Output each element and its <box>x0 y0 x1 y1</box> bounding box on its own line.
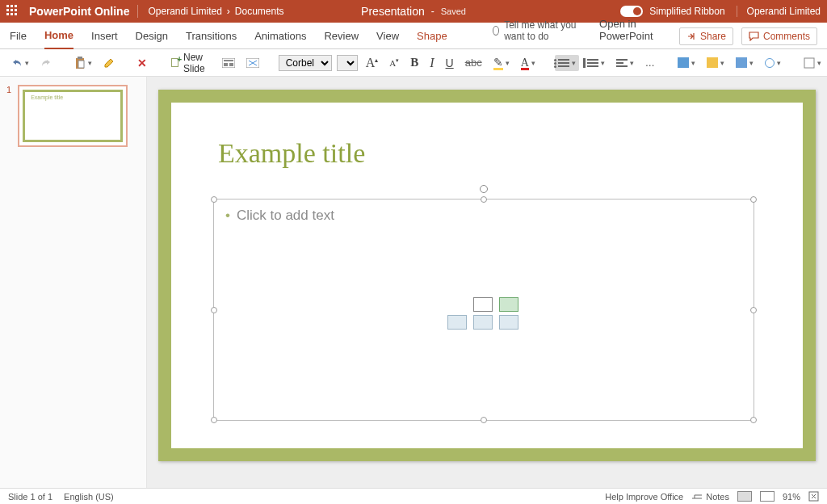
bullets-button[interactable]: ▾ <box>555 55 579 71</box>
shape-fill-icon <box>678 57 689 68</box>
share-label: Share <box>700 31 726 42</box>
thumbnail-title: Example title <box>31 94 63 100</box>
italic-button[interactable]: I <box>426 53 437 73</box>
fit-to-window-button[interactable] <box>808 491 819 502</box>
shrink-font-icon: A▾ <box>389 57 399 68</box>
language-status[interactable]: English (US) <box>64 492 114 502</box>
resize-handle-t[interactable] <box>481 196 487 203</box>
shape-fill-button[interactable]: ▾ <box>674 55 699 70</box>
redo-icon <box>40 58 52 68</box>
share-button[interactable]: Share <box>679 27 733 45</box>
tab-view[interactable]: View <box>376 25 399 48</box>
delete-button[interactable]: ✕ <box>134 54 150 72</box>
italic-icon: I <box>430 56 434 70</box>
share-icon <box>686 32 696 41</box>
numbering-icon <box>587 57 598 69</box>
presentation-name[interactable]: Presentation <box>361 5 425 18</box>
resize-handle-l[interactable] <box>211 307 217 313</box>
tab-home[interactable]: Home <box>44 24 73 49</box>
fit-icon <box>808 491 819 502</box>
svg-rect-1 <box>78 57 82 59</box>
work-area: 1 Example title Example title Click to a… <box>0 77 827 488</box>
app-launcher-icon[interactable] <box>6 5 19 18</box>
strikethrough-button[interactable]: abc <box>462 54 485 71</box>
arrange-icon <box>765 58 775 68</box>
breadcrumb-location[interactable]: Documents <box>235 6 284 17</box>
shape-outline-button[interactable]: ▾ <box>703 55 728 70</box>
more-paragraph-button[interactable]: … <box>642 55 658 71</box>
slide-title[interactable]: Example title <box>218 138 365 169</box>
title-center: Presentation - Saved <box>361 5 466 18</box>
tab-shape[interactable]: Shape <box>417 25 447 48</box>
tab-transitions[interactable]: Transitions <box>186 25 237 48</box>
svg-rect-4 <box>224 60 233 61</box>
zoom-level[interactable]: 91% <box>783 492 800 502</box>
tab-insert[interactable]: Insert <box>91 25 118 48</box>
resize-handle-b[interactable] <box>481 417 487 423</box>
paste-button[interactable]: ▾ <box>71 54 95 72</box>
font-name-select[interactable]: Corbel <box>279 55 332 71</box>
breadcrumb[interactable]: Operandi Limited › Documents <box>148 6 283 17</box>
reset-button[interactable] <box>243 56 262 70</box>
tab-file[interactable]: File <box>10 25 27 48</box>
underline-button[interactable]: U <box>443 54 457 72</box>
tab-review[interactable]: Review <box>324 25 359 48</box>
svg-rect-8 <box>804 58 814 68</box>
resize-handle-bl[interactable] <box>211 417 217 423</box>
grow-font-button[interactable]: A▴ <box>363 53 382 73</box>
tab-animations[interactable]: Animations <box>254 25 306 48</box>
bold-button[interactable]: B <box>407 53 422 72</box>
account-name[interactable]: Operandi Limited <box>737 6 821 17</box>
underline-icon: U <box>446 57 454 69</box>
tab-design[interactable]: Design <box>136 25 168 48</box>
numbering-button[interactable]: ▾ <box>584 55 608 71</box>
breadcrumb-org[interactable]: Operandi Limited <box>148 6 221 17</box>
shape-effects-button[interactable]: ▾ <box>733 55 757 70</box>
rotate-handle[interactable] <box>480 185 488 193</box>
font-size-select[interactable]: 22 <box>337 55 358 71</box>
thumbnail-preview[interactable]: Example title <box>18 85 128 147</box>
insert-online-picture-icon[interactable] <box>473 315 493 330</box>
highlight-icon: ✎ <box>493 56 503 69</box>
tell-me-search[interactable]: Tell me what you want to do <box>493 19 581 48</box>
font-color-button[interactable]: A▾ <box>518 54 539 72</box>
new-slide-label: New Slide <box>183 52 209 74</box>
more-icon: … <box>645 57 655 69</box>
slideshow-view-button[interactable] <box>760 491 775 502</box>
undo-button[interactable]: ▾ <box>8 56 32 70</box>
align-button[interactable]: ▾ <box>613 55 637 71</box>
quick-styles-button[interactable]: ▾ <box>800 55 825 71</box>
arrange-button[interactable]: ▾ <box>762 56 784 70</box>
redo-button[interactable] <box>37 56 55 70</box>
normal-view-button[interactable] <box>737 491 752 502</box>
slide[interactable]: Example title Click to add text <box>158 90 816 461</box>
format-painter-button[interactable] <box>100 55 118 71</box>
new-slide-button[interactable]: New Slide <box>166 49 214 77</box>
insert-video-icon[interactable] <box>499 315 518 330</box>
layout-button[interactable] <box>219 56 238 70</box>
font-color-icon: A <box>521 57 529 69</box>
notes-button[interactable]: Notes <box>691 492 729 502</box>
reset-icon <box>246 58 259 68</box>
insert-chart-icon[interactable] <box>499 297 518 312</box>
strikethrough-icon: abc <box>465 57 482 69</box>
resize-handle-br[interactable] <box>750 417 757 423</box>
resize-handle-r[interactable] <box>750 307 757 313</box>
content-placeholder-text[interactable]: Click to add text <box>225 208 334 224</box>
insert-picture-icon[interactable] <box>447 315 467 330</box>
highlight-button[interactable]: ✎▾ <box>490 53 513 72</box>
layout-icon <box>222 58 235 68</box>
content-placeholder-box[interactable]: Click to add text <box>213 199 754 421</box>
help-improve-link[interactable]: Help Improve Office <box>605 492 683 502</box>
open-in-desktop[interactable]: Open in PowerPoint <box>599 13 661 48</box>
insert-table-icon[interactable] <box>473 297 493 312</box>
resize-handle-tl[interactable] <box>211 196 217 203</box>
save-status: Saved <box>441 6 466 16</box>
resize-handle-tr[interactable] <box>750 196 757 203</box>
thumbnail-slide-1[interactable]: 1 Example title <box>6 85 136 147</box>
comments-button[interactable]: Comments <box>741 27 817 45</box>
tell-me-label: Tell me what you want to do <box>504 19 581 42</box>
shrink-font-button[interactable]: A▾ <box>386 55 402 70</box>
slide-canvas[interactable]: Example title Click to add text <box>147 77 827 488</box>
normal-view-icon <box>737 491 752 502</box>
